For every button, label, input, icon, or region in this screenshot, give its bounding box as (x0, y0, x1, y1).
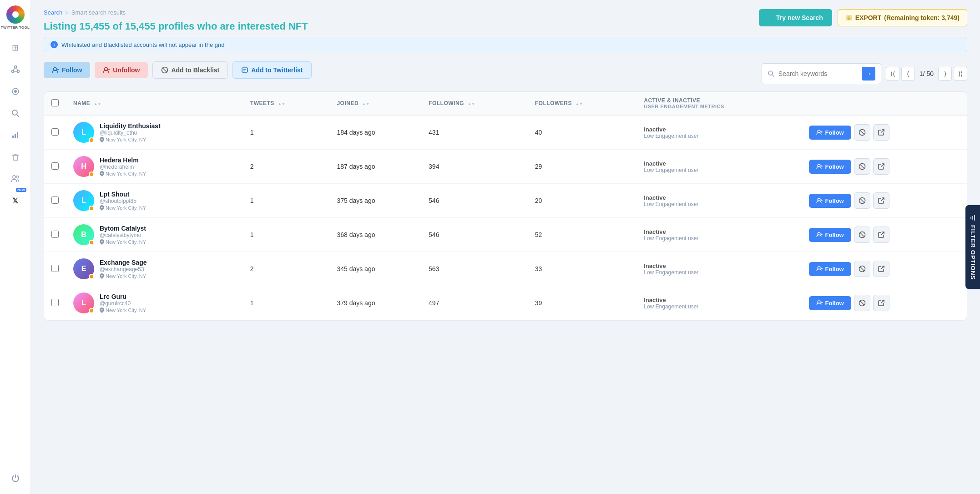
row-checkbox-3[interactable] (51, 197, 59, 204)
svg-point-16 (13, 176, 15, 178)
joined-cell-1: 184 days ago (329, 115, 421, 150)
th-name: NAME ▲▼ (66, 92, 243, 115)
sidebar-icon-x[interactable]: 𝕏 (6, 192, 25, 210)
row-link-button-2[interactable] (873, 158, 889, 175)
export-icon (845, 14, 853, 21)
sidebar-icon-power[interactable] (6, 469, 25, 487)
status-dot-5 (89, 274, 94, 279)
tweets-cell-3: 1 (243, 184, 330, 218)
sidebar-icon-search[interactable] (6, 104, 25, 122)
row-follow-button-6[interactable]: Follow (809, 296, 851, 310)
user-cell-1: L Liquidity Enthusiast @liquidity_ethu N… (73, 122, 236, 143)
export-label: EXPORT (855, 14, 882, 21)
table-row: L Lpt Shout @shoutolppt85 New York City,… (44, 184, 967, 218)
avatar-wrapper-6: L (73, 292, 94, 313)
row-block-button-2[interactable] (854, 158, 870, 175)
row-block-button-3[interactable] (854, 192, 870, 209)
table-row: E Exchange Sage @exchangeage53 New York … (44, 252, 967, 286)
row-link-button-1[interactable] (873, 124, 889, 141)
user-cell-4: B Bytom Catalyst @catalystbytymo New Yor… (73, 224, 236, 245)
activity-status-4: Inactive (644, 228, 794, 235)
blacklist-button[interactable]: Add to Blacklist (152, 61, 228, 79)
location-icon-2 (100, 171, 104, 176)
name-sort-arrows[interactable]: ▲▼ (94, 102, 101, 106)
row-follow-button-2[interactable]: Follow (809, 160, 851, 174)
pagination-first-button[interactable]: ⟨⟨ (886, 67, 899, 81)
search-box: → (762, 63, 881, 84)
select-all-checkbox[interactable] (51, 99, 59, 106)
sidebar-icon-chart[interactable] (6, 126, 25, 144)
breadcrumb-search-link[interactable]: Search (44, 9, 62, 16)
tweets-sort-arrows[interactable]: ▲▼ (278, 102, 286, 106)
row-checkbox-5[interactable] (51, 265, 59, 272)
row-follow-button-4[interactable]: Follow (809, 228, 851, 242)
pagination-next-button[interactable]: ⟩ (938, 67, 952, 81)
row-block-button-1[interactable] (854, 124, 870, 141)
sidebar-icon-network[interactable] (6, 60, 25, 79)
svg-line-55 (881, 232, 884, 235)
row-follow-button-1[interactable]: Follow (809, 126, 851, 140)
avatar-wrapper-3: L (73, 190, 94, 211)
sidebar-icon-trash[interactable] (6, 148, 25, 166)
row-follow-icon-1 (816, 129, 823, 136)
export-button[interactable]: EXPORT (Remaining token: 3,749) (838, 9, 967, 26)
breadcrumb-area: Search > Smart search results Listing 15… (44, 9, 308, 37)
user-handle-4: @catalystbytymo (100, 232, 236, 238)
row-checkbox-6[interactable] (51, 299, 59, 306)
filter-options-sidebar[interactable]: FILTER OPTIONS (965, 205, 980, 289)
svg-line-60 (860, 267, 864, 271)
following-sort-arrows[interactable]: ▲▼ (468, 102, 475, 106)
pagination-prev-button[interactable]: ⟨ (901, 67, 915, 81)
row-link-button-3[interactable] (873, 192, 889, 209)
sidebar-icon-users[interactable] (6, 170, 25, 188)
row-block-icon-4 (859, 231, 866, 238)
svg-line-37 (881, 130, 884, 132)
user-name-2: Hedera Helm (100, 156, 236, 164)
row-checkbox-4[interactable] (51, 231, 59, 238)
twitterlist-button[interactable]: Add to Twitterlist (232, 61, 311, 79)
followers-cell-4: 52 (528, 218, 637, 252)
sidebar-icon-monitor[interactable] (6, 82, 25, 101)
row-follow-button-3[interactable]: Follow (809, 194, 851, 208)
search-go-button[interactable]: → (862, 67, 875, 81)
row-link-button-6[interactable] (873, 295, 889, 311)
joined-sort-arrows[interactable]: ▲▼ (362, 102, 370, 106)
row-checkbox-2[interactable] (51, 162, 59, 170)
row-block-icon-5 (859, 265, 866, 272)
tweets-cell-2: 2 (243, 150, 330, 184)
activity-engagement-6: Low Engagement user (644, 303, 794, 310)
search-input[interactable] (778, 70, 858, 77)
remaining-token-label: (Remaining token: 3,749) (884, 14, 960, 21)
th-checkbox (44, 92, 66, 115)
svg-point-7 (14, 90, 17, 93)
tweets-cell-1: 1 (243, 115, 330, 150)
row-follow-button-5[interactable]: Follow (809, 262, 851, 276)
following-cell-1: 431 (421, 115, 528, 150)
pagination-last-button[interactable]: ⟩⟩ (954, 67, 967, 81)
unfollow-button[interactable]: Unfollow (95, 62, 148, 78)
svg-line-49 (881, 198, 884, 201)
joined-cell-3: 375 days ago (329, 184, 421, 218)
row-link-button-4[interactable] (873, 227, 889, 243)
svg-line-36 (860, 131, 864, 134)
th-joined: JOINED ▲▼ (329, 92, 421, 115)
svg-rect-10 (12, 136, 14, 138)
row-block-button-5[interactable] (854, 261, 870, 277)
row-link-button-5[interactable] (873, 261, 889, 277)
row-block-button-4[interactable] (854, 227, 870, 243)
avatar-wrapper-4: B (73, 224, 94, 245)
row-checkbox-1[interactable] (51, 128, 59, 136)
svg-line-48 (860, 199, 864, 202)
active-inactive-label: ACTIVE & INACTIVE (644, 97, 794, 104)
results-table-wrapper: NAME ▲▼ TWEETS ▲▼ JOINED ▲▼ FOLLOWING ▲▼… (44, 91, 967, 321)
row-block-button-6[interactable] (854, 295, 870, 311)
app-logo[interactable] (6, 5, 25, 24)
sidebar-icon-grid[interactable]: ⊞ (6, 39, 25, 57)
svg-rect-12 (17, 132, 18, 138)
table-header: NAME ▲▼ TWEETS ▲▼ JOINED ▲▼ FOLLOWING ▲▼… (44, 92, 967, 115)
try-new-search-button[interactable]: ← Try new Search (759, 9, 832, 26)
followers-sort-arrows[interactable]: ▲▼ (576, 102, 583, 106)
follow-button[interactable]: Follow (44, 62, 90, 78)
th-actions (802, 92, 967, 115)
user-handle-3: @shoutolppt85 (100, 198, 236, 204)
